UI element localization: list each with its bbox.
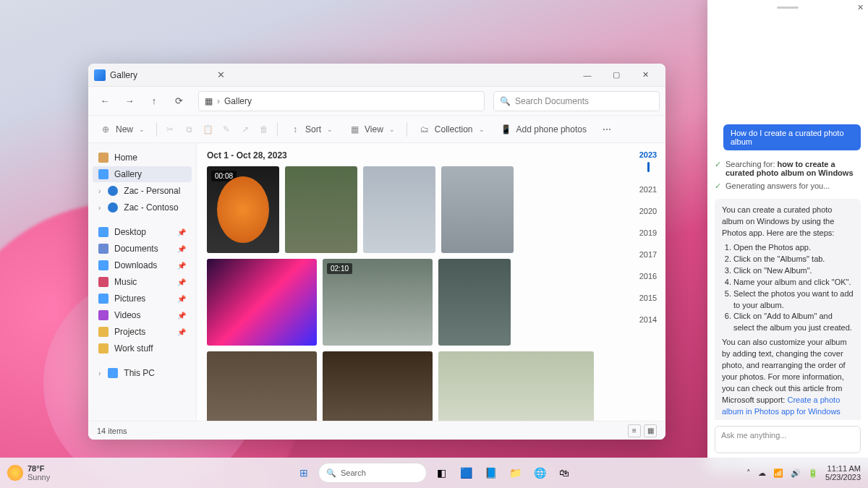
status-bar: 14 items ≡ ▦: [88, 421, 665, 440]
refresh-button[interactable]: ⟳: [168, 90, 190, 112]
onedrive-icon[interactable]: ☁: [758, 468, 766, 478]
search-placeholder: Search Documents: [515, 96, 589, 106]
sidebar-item-zac-contoso[interactable]: ›Zac - Contoso: [93, 200, 192, 215]
back-button[interactable]: ←: [94, 90, 116, 112]
sidebar-item-documents[interactable]: Documents📌: [93, 241, 192, 257]
rename-icon[interactable]: ✎: [221, 124, 232, 135]
photo-thumbnail[interactable]: 02:10: [323, 259, 433, 346]
check-icon: ✓: [715, 160, 721, 177]
year-timeline[interactable]: 2023 2021 2020 2019 2017 2016 2015 2014: [631, 143, 665, 421]
sidebar-item-work-stuff[interactable]: Work stuff: [93, 341, 192, 356]
video-duration-badge: 00:08: [211, 171, 237, 181]
check-icon: ✓: [715, 181, 721, 191]
copilot-titlebar: ✕: [707, 0, 868, 14]
year-marker[interactable]: 2017: [639, 250, 657, 259]
year-marker[interactable]: 2021: [639, 185, 657, 194]
copilot-icon[interactable]: 🟦: [456, 463, 476, 483]
sidebar-item-desktop[interactable]: Desktop📌: [93, 224, 192, 240]
year-marker[interactable]: 2023: [639, 150, 657, 159]
photo-thumbnail[interactable]: [438, 259, 511, 346]
forward-button[interactable]: →: [119, 90, 140, 112]
sort-button[interactable]: ↕Sort⌄: [285, 121, 337, 138]
sidebar-item-home[interactable]: Home: [93, 150, 192, 166]
photo-thumbnail[interactable]: [438, 351, 594, 421]
maximize-button[interactable]: ▢: [602, 65, 631, 85]
clock[interactable]: 11:11 AM5/23/2023: [825, 464, 861, 481]
year-marker[interactable]: 2016: [639, 272, 657, 281]
collection-button[interactable]: 🗂Collection⌄: [414, 121, 489, 138]
nav-bar: ← → ↑ ⟳ ▦ › Gallery 🔍 Search Documents: [88, 87, 665, 116]
task-view-icon[interactable]: ◧: [431, 463, 451, 483]
pin-icon: 📌: [177, 228, 186, 236]
address-bar[interactable]: ▦ › Gallery: [198, 91, 485, 111]
sidebar: Home Gallery ›Zac - Personal ›Zac - Cont…: [88, 143, 197, 421]
copy-icon[interactable]: ⧉: [183, 124, 195, 135]
share-icon[interactable]: ↗: [239, 124, 251, 135]
thumbnails-view-button[interactable]: ▦: [644, 424, 657, 437]
gallery-crumb-icon: ▦: [205, 96, 213, 106]
photo-thumbnail[interactable]: 00:08: [207, 166, 279, 253]
new-button[interactable]: ⊕New⌄: [95, 121, 149, 138]
drag-handle-icon[interactable]: [777, 7, 799, 9]
weather-widget[interactable]: 78°FSunny: [7, 464, 50, 481]
toolbar: ⊕New⌄ ✂ ⧉ 📋 ✎ ↗ 🗑 ↕Sort⌄ ▦View⌄ 🗂Collect…: [88, 116, 665, 143]
file-explorer-icon[interactable]: 📁: [505, 463, 525, 483]
photo-thumbnail[interactable]: [323, 351, 433, 421]
search-status: ✓Searching for: how to create a curated …: [715, 160, 861, 177]
year-marker[interactable]: 2019: [639, 228, 657, 237]
titlebar: Gallery ✕ ― ▢ ✕: [88, 64, 665, 87]
year-marker[interactable]: 2014: [639, 315, 657, 324]
copilot-close-icon[interactable]: ✕: [857, 3, 864, 12]
details-view-button[interactable]: ≡: [628, 424, 641, 437]
sidebar-item-zac-personal[interactable]: ›Zac - Personal: [93, 183, 192, 199]
sidebar-item-pictures[interactable]: Pictures📌: [93, 291, 192, 307]
start-button[interactable]: ⊞: [294, 463, 314, 483]
photo-thumbnail[interactable]: [207, 259, 317, 346]
sun-icon: [7, 465, 23, 481]
app-icon: [94, 69, 106, 81]
view-button[interactable]: ▦View⌄: [344, 121, 399, 138]
taskbar-search[interactable]: 🔍Search: [318, 463, 427, 483]
add-phone-photos-button[interactable]: 📱Add phone photos: [496, 121, 591, 138]
file-explorer-window: Gallery ✕ ― ▢ ✕ ← → ↑ ⟳ ▦ › Gallery 🔍 Se…: [88, 64, 665, 440]
close-button[interactable]: ✕: [631, 65, 660, 85]
search-icon: 🔍: [500, 96, 511, 106]
sidebar-item-videos[interactable]: Videos📌: [93, 307, 192, 323]
sidebar-item-projects[interactable]: Projects📌: [93, 324, 192, 340]
copilot-input[interactable]: Ask me anything...: [715, 426, 861, 453]
minimize-button[interactable]: ―: [573, 65, 602, 85]
sidebar-item-downloads[interactable]: Downloads📌: [93, 257, 192, 273]
window-title: Gallery: [110, 70, 137, 80]
wifi-icon[interactable]: 📶: [773, 468, 783, 478]
store-icon[interactable]: 🛍: [554, 463, 574, 483]
cut-icon[interactable]: ✂: [164, 124, 176, 135]
gallery-content: Oct 1 - Oct 28, 2023 00:08 02:10: [197, 143, 631, 421]
photo-thumbnail[interactable]: [207, 351, 317, 421]
breadcrumb-text: Gallery: [224, 96, 252, 106]
system-tray[interactable]: ˄ ☁ 📶 🔊 🔋 11:11 AM5/23/2023: [746, 464, 861, 481]
sidebar-item-music[interactable]: Music📌: [93, 274, 192, 290]
sidebar-item-gallery[interactable]: Gallery: [93, 166, 192, 182]
tab-close-icon[interactable]: ✕: [217, 69, 225, 80]
year-marker[interactable]: 2015: [639, 294, 657, 302]
video-duration-badge: 02:10: [327, 263, 352, 274]
taskbar: 78°FSunny ⊞ 🔍Search ◧ 🟦 📘 📁 🌐 🛍 ˄ ☁ 📶 🔊 …: [0, 458, 868, 488]
more-button[interactable]: ⋯: [598, 121, 616, 137]
search-input[interactable]: 🔍 Search Documents: [493, 91, 660, 111]
paste-icon[interactable]: 📋: [202, 124, 213, 135]
copilot-panel: ✕ How do I create a curated photo album …: [707, 0, 868, 471]
volume-icon[interactable]: 🔊: [791, 468, 801, 478]
app-icon[interactable]: 📘: [480, 463, 501, 483]
photo-thumbnail[interactable]: [441, 166, 514, 253]
photo-thumbnail[interactable]: [363, 166, 435, 253]
photo-thumbnail[interactable]: [285, 166, 357, 253]
delete-icon[interactable]: 🗑: [258, 124, 270, 135]
year-marker[interactable]: 2020: [639, 207, 657, 215]
up-button[interactable]: ↑: [143, 90, 165, 112]
edge-icon[interactable]: 🌐: [529, 463, 550, 483]
sidebar-item-this-pc[interactable]: ›This PC: [93, 365, 192, 381]
search-icon: 🔍: [326, 468, 336, 478]
chevron-up-icon[interactable]: ˄: [746, 468, 751, 478]
assistant-response: You can create a curated photo album on …: [715, 199, 861, 420]
battery-icon[interactable]: 🔋: [808, 468, 818, 478]
